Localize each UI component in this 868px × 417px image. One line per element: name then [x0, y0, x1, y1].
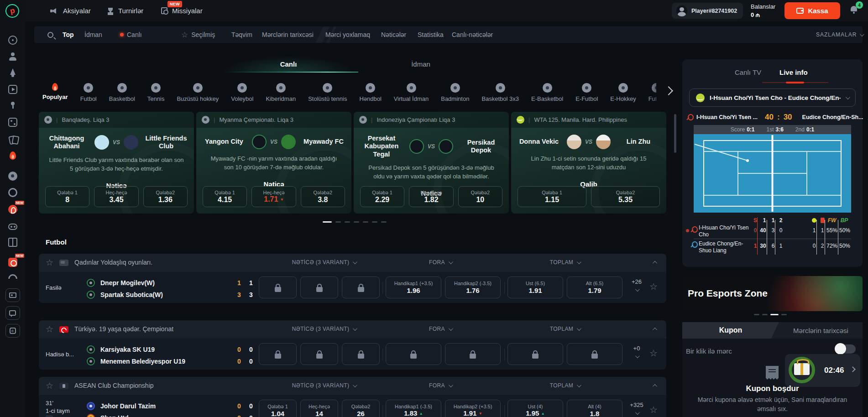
nav-neticeler[interactable]: Nəticələr [381, 26, 406, 43]
nav-secilmis[interactable]: ☆Seçilmiş [181, 26, 215, 43]
sport-tab-badminton[interactable]: Badminton [441, 83, 469, 106]
mode-tab-idman[interactable]: İdman [355, 56, 487, 72]
odds-button[interactable]: Handikap2 (+3.5)1.91 ▼ [445, 400, 501, 417]
nav-merc-tarixcesi[interactable]: Mərclərin tarixcəsi [262, 26, 314, 43]
odds-button[interactable]: Ust (6.5)1.91 [507, 276, 563, 298]
racket-red-icon[interactable] [686, 114, 693, 121]
search-button[interactable] [47, 26, 53, 43]
match-row[interactable]: 31' 1-ci taym ▶ Johor Darul Tazim Shan U… [39, 395, 666, 417]
sport-tab-stolustu-tennis[interactable]: Stolüstü tennis [308, 83, 347, 106]
nav-teqvim[interactable]: Təqvim [231, 26, 252, 43]
more-odds-button[interactable]: +325 [627, 401, 647, 415]
promo-card[interactable]: |Indoneziya Çampionatı Liqa 3 Persekat K… [354, 112, 509, 214]
nav-merci-yoxlamaq[interactable]: Mərci yoxlamaq [325, 26, 370, 43]
tab-top[interactable]: Top [63, 26, 74, 43]
sport-tab-basketbol3x3[interactable]: Basketbol 3x3 [481, 83, 519, 106]
column-fora[interactable]: FORA [395, 326, 486, 332]
player-chip[interactable]: Player#82741902 [672, 3, 743, 19]
sport-tab-voleybol[interactable]: Voleybol [231, 83, 253, 106]
sport-tab-ehokkey[interactable]: E-Hokkey [610, 83, 636, 106]
odds-button[interactable]: Heç-heçə1.71 ▼ [251, 186, 296, 207]
tab-canli-tv[interactable]: Canlı TV [735, 68, 761, 76]
column-fora[interactable]: FORA [395, 382, 486, 389]
nav-canli-neticeler[interactable]: Canlı-nəticələr [452, 26, 493, 43]
star-icon[interactable]: ☆ [46, 325, 53, 334]
collapse-icon[interactable] [653, 261, 657, 266]
odds-button[interactable]: Qələbə 14.15 [203, 186, 247, 207]
lobby-icon[interactable] [0, 32, 25, 48]
cards-icon[interactable] [0, 131, 25, 147]
hot-flame-icon[interactable] [0, 148, 25, 163]
league-header[interactable]: ☆ Qadınlar Yoldaşlıq oyunları. NƏTİCƏ (3… [39, 254, 666, 272]
menu-turnirler[interactable]: Turnirlər [107, 0, 143, 21]
odds-button[interactable]: Qələbə226 [342, 400, 380, 417]
bonus-icon[interactable] [0, 271, 25, 287]
arcade-icon[interactable] [0, 98, 25, 114]
promo-card[interactable]: |WTA 125. Manila. Hard. Philippines Donn… [511, 112, 666, 214]
odds-button[interactable]: Qələbə25.35 [591, 186, 660, 207]
league-header[interactable]: ☆ ASEAN Club Championship NƏTİCƏ (3 VARİ… [39, 377, 666, 395]
odds-button[interactable]: Qələbə 18 [45, 186, 89, 207]
promo-card[interactable]: |Myanma Çempionatı. Liqa 3 Yangon City V… [196, 112, 351, 214]
live-games-icon[interactable] [0, 82, 25, 97]
star-icon[interactable]: ☆ [46, 381, 53, 390]
promo-card[interactable]: |Banqladeş. Liqa 3 Chittagong Abahani VS… [39, 112, 194, 214]
cards-carousel-dots[interactable] [323, 221, 387, 223]
more-odds-button[interactable]: +0 [627, 345, 647, 358]
brand-logo[interactable]: p [5, 4, 19, 18]
favorite-star-icon[interactable]: ☆ [649, 349, 658, 358]
odds-button[interactable]: Heç-heçə14 [300, 400, 338, 417]
odds-button[interactable]: Handikap1 (-3.5)1.83 ▲ [386, 400, 441, 417]
league-header[interactable]: ☆ Türkiyə. 19 yaşa qədər. Çempionat NƏTİ… [39, 320, 666, 339]
odds-button[interactable]: Qələbə21.36 [143, 186, 188, 207]
odds-button[interactable]: Qələbə 11.15 [518, 186, 586, 207]
mode-tab-canli[interactable]: Canlı [222, 56, 355, 72]
sport-tab-kiberidman[interactable]: Kiberidman [266, 83, 296, 106]
match-row[interactable]: Hadisə b... Karsiyaka SK U19 Menemen Bel… [39, 339, 666, 370]
column-toplam[interactable]: TOPLAM [519, 259, 611, 266]
one-click-toggle[interactable] [836, 344, 856, 354]
settings-button[interactable]: SAZLAMALAR [816, 26, 863, 43]
tab-canli[interactable]: Canlı [120, 26, 142, 43]
sport-tab-tennis[interactable]: Tennis [147, 83, 165, 106]
tab-bet-history[interactable]: Mərclərin tarixcəsi [779, 322, 863, 339]
sport-ball-icon[interactable] [0, 168, 25, 184]
sport-tab-efutbol[interactable]: E-Futbol [575, 83, 598, 106]
odds-button[interactable]: Qələbə23.8 [301, 186, 345, 207]
column-netice[interactable]: NƏTİCƏ (3 VARİANT) [281, 259, 367, 266]
gift-promo-card[interactable]: 02:46 [785, 354, 860, 387]
results-book-icon[interactable] [0, 235, 25, 250]
odds-button[interactable]: Qələbə210 [458, 186, 502, 207]
promo-new-icon[interactable]: NEW [0, 255, 25, 270]
collapse-icon[interactable] [653, 328, 657, 332]
menu-aksiyalar[interactable]: Aksiyalar [50, 0, 91, 21]
chat-icon[interactable] [0, 305, 25, 321]
sport-tab-hokkey[interactable]: Buzüstü hokkey [177, 83, 219, 106]
sport-tab-virtual[interactable]: Virtual İdman [394, 83, 429, 106]
tab-live-info[interactable]: Live info [779, 68, 808, 76]
more-odds-button[interactable]: +26 [627, 278, 647, 292]
kassa-button[interactable]: Kassa [784, 2, 840, 19]
pinup-new-icon[interactable]: NEW [0, 202, 25, 217]
sport-tab-ebasketbol[interactable]: E-Basketbol [531, 83, 563, 106]
odds-button[interactable]: Handikap1 (+3.5)1.96 [386, 276, 441, 298]
collapse-icon[interactable] [653, 384, 657, 389]
odds-button[interactable]: Heç-heçə1.82 [409, 186, 453, 207]
banner-carousel-dots[interactable] [754, 314, 787, 315]
odds-button[interactable]: Qələbə 12.29 [360, 186, 404, 207]
dice-icon[interactable] [0, 115, 25, 130]
sport-tab-basketbol[interactable]: Basketbol [109, 83, 135, 106]
players-icon[interactable] [0, 49, 25, 64]
star-icon[interactable]: ☆ [46, 258, 53, 267]
favorite-star-icon[interactable]: ☆ [649, 405, 658, 414]
nav-statistika[interactable]: Statistika [418, 26, 444, 43]
column-toplam[interactable]: TOPLAM [519, 382, 611, 389]
sport-tab-futbol[interactable]: Futbol [80, 83, 97, 106]
balance[interactable]: Balanslar 0 ₼ [751, 3, 775, 19]
odds-button[interactable]: Ust (4)1.95 ▲ [507, 400, 563, 417]
odds-button[interactable]: Alt (4)1.8 [567, 400, 622, 417]
gamepad-icon[interactable] [0, 218, 25, 234]
play-icon[interactable]: ▶ [46, 415, 53, 417]
odds-button[interactable]: Qələbə 11.04 [259, 400, 297, 417]
column-netice[interactable]: NƏTİCƏ (3 VARİANT) [281, 382, 367, 389]
